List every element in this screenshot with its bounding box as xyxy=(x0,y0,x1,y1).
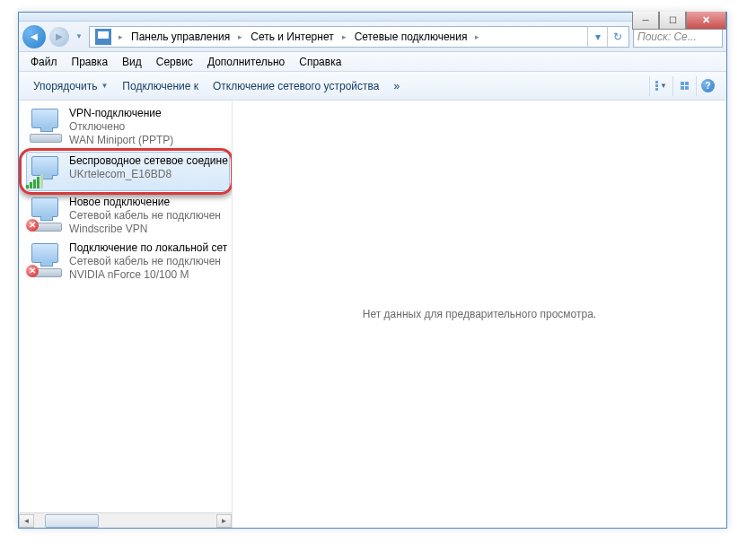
help-button[interactable]: ? xyxy=(696,76,719,96)
connection-device: UKrtelecom_E16BD8 xyxy=(69,168,228,181)
menu-bar: Файл Правка Вид Сервис Дополнительно Спр… xyxy=(19,52,726,72)
connect-to-button[interactable]: Подключение к xyxy=(115,76,206,96)
command-bar: Упорядочить▼ Подключение к Отключение се… xyxy=(19,72,726,101)
wireless-adapter-icon xyxy=(28,154,64,188)
help-icon: ? xyxy=(701,79,715,92)
disable-device-button[interactable]: Отключение сетевого устройства xyxy=(206,76,386,96)
breadcrumb-separator: ▸ xyxy=(234,32,246,41)
connections-list: VPN-подключение Отключено WAN Miniport (… xyxy=(19,101,233,528)
connection-name: Новое подключение xyxy=(69,196,228,209)
breadcrumb-item[interactable]: Панель управления xyxy=(127,31,234,43)
breadcrumb-item[interactable]: Сеть и Интернет xyxy=(246,31,338,43)
network-adapter-icon: ✕ xyxy=(28,241,64,276)
preview-empty-text: Нет данных для предварительного просмотр… xyxy=(363,308,596,320)
menu-view[interactable]: Вид xyxy=(116,54,148,70)
close-button[interactable]: ✕ xyxy=(686,12,726,30)
connection-status: Сетевой кабель не подключен xyxy=(69,209,228,223)
titlebar[interactable]: ─ ☐ ✕ xyxy=(19,13,726,22)
error-x-icon: ✕ xyxy=(26,219,39,232)
connection-device: NVIDIA nForce 10/100 M xyxy=(69,268,228,282)
breadcrumb-separator: ▸ xyxy=(115,32,127,41)
maximize-button[interactable]: ☐ xyxy=(659,12,686,30)
scroll-thumb[interactable] xyxy=(45,514,99,528)
highlighted-selection: Беспроводное сетевое соединение UKrtelec… xyxy=(19,152,233,191)
organize-button[interactable]: Упорядочить▼ xyxy=(26,76,115,96)
explorer-window: ─ ☐ ✕ ◄ ► ▼ ▸ Панель управления ▸ Сеть и… xyxy=(18,12,727,529)
error-x-icon: ✕ xyxy=(26,265,39,277)
horizontal-scrollbar[interactable]: ◄ ► xyxy=(19,512,232,528)
signal-bars-icon xyxy=(26,174,43,188)
forward-button[interactable]: ► xyxy=(49,27,69,47)
preview-pane: Нет данных для предварительного просмотр… xyxy=(233,101,726,528)
chevron-down-icon: ▼ xyxy=(101,82,108,90)
connection-device: Windscribe VPN xyxy=(69,223,228,236)
scroll-left-button[interactable]: ◄ xyxy=(19,514,34,528)
navigation-bar: ◄ ► ▼ ▸ Панель управления ▸ Сеть и Интер… xyxy=(19,22,726,52)
back-button[interactable]: ◄ xyxy=(22,25,46,48)
connection-item-new[interactable]: ✕ Новое подключение Сетевой кабель не по… xyxy=(26,193,230,239)
connection-status: Отключено xyxy=(69,120,228,134)
scroll-right-button[interactable]: ► xyxy=(216,514,232,528)
breadcrumb-item[interactable]: Сетевые подключения xyxy=(350,31,472,43)
refresh-button[interactable]: ↻ xyxy=(607,27,627,47)
address-bar[interactable]: ▸ Панель управления ▸ Сеть и Интернет ▸ … xyxy=(89,26,629,48)
connection-device: WAN Miniport (PPTP) xyxy=(69,134,228,147)
view-mode-button[interactable]: ▼ xyxy=(649,76,672,96)
content-area: VPN-подключение Отключено WAN Miniport (… xyxy=(19,101,726,528)
menu-edit[interactable]: Правка xyxy=(66,54,115,70)
connection-item-wireless[interactable]: Беспроводное сетевое соединение UKrtelec… xyxy=(26,152,230,191)
scroll-track[interactable] xyxy=(34,514,216,528)
history-dropdown[interactable]: ▼ xyxy=(73,25,85,48)
menu-file[interactable]: Файл xyxy=(24,54,64,70)
address-dropdown[interactable]: ▾ xyxy=(587,27,607,47)
search-placeholder: Поиск: Се... xyxy=(637,31,697,43)
toolbar-overflow[interactable]: » xyxy=(386,76,407,96)
minimize-button[interactable]: ─ xyxy=(632,12,659,30)
connection-item-lan[interactable]: ✕ Подключение по локальной сети Сетевой … xyxy=(26,239,230,284)
breadcrumb-separator: ▸ xyxy=(471,32,483,41)
chevron-down-icon: ▼ xyxy=(660,82,667,90)
preview-pane-button[interactable] xyxy=(672,76,696,96)
menu-tools[interactable]: Сервис xyxy=(150,54,199,70)
breadcrumb-separator: ▸ xyxy=(338,32,350,41)
connection-name: VPN-подключение xyxy=(69,107,228,120)
connection-status: Сетевой кабель не подключен xyxy=(69,255,228,268)
location-icon xyxy=(95,29,111,45)
connection-name: Беспроводное сетевое соединение xyxy=(69,154,228,168)
menu-extra[interactable]: Дополнительно xyxy=(201,54,291,70)
menu-help[interactable]: Справка xyxy=(293,54,347,70)
connection-item-vpn[interactable]: VPN-подключение Отключено WAN Miniport (… xyxy=(26,104,230,150)
connection-name: Подключение по локальной сети xyxy=(69,241,228,255)
network-adapter-icon xyxy=(28,107,64,141)
network-adapter-icon: ✕ xyxy=(28,196,64,230)
